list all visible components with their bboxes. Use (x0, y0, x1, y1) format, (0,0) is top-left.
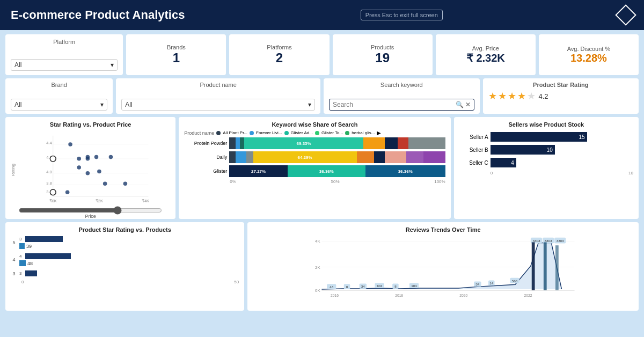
stats-row: Platform All ▾ Brands 1 Platforms 2 Prod… (5, 34, 639, 75)
svg-text:3303: 3303 (557, 239, 564, 243)
avg-discount-label: Avg. Discount % (567, 46, 611, 52)
legend-dot-2 (250, 131, 254, 135)
seller-c-bar: 4 (491, 158, 516, 167)
scatter-chart: Star Rating vs. Product Price Rating 4.4… (5, 117, 175, 219)
legend-dot-3 (284, 131, 289, 135)
svg-text:8: 8 (346, 285, 348, 289)
product-name-select[interactable]: All ▾ (121, 99, 315, 111)
stars-display: ★ ★ ★ ★ ★ 4.2 (488, 90, 548, 102)
svg-point-11 (68, 142, 72, 146)
bar-daily: Daily 64.29% (184, 151, 445, 163)
bar-glister: Glister 27.27% 36.36% 36.36% (184, 165, 445, 177)
svg-text:104: 104 (412, 284, 418, 288)
svg-text:8: 8 (394, 284, 397, 288)
star4-bar1 (25, 253, 71, 259)
platform-filter: Platform All ▾ (5, 34, 123, 75)
brands-value: 1 (173, 50, 180, 65)
seller-b-bar: 10 (491, 145, 555, 155)
search-label: Search keyword (329, 82, 474, 88)
clear-icon[interactable]: ✕ (465, 101, 471, 108)
products-label: Products (371, 44, 394, 50)
svg-text:14: 14 (490, 281, 494, 285)
svg-text:34: 34 (361, 284, 365, 288)
legend-dot-4 (315, 131, 319, 135)
main-content: Platform All ▾ Brands 1 Platforms 2 Prod… (0, 30, 644, 315)
avg-price-stat: Avg. Price ₹ 2.32K (436, 34, 536, 75)
svg-text:4.0: 4.0 (46, 170, 52, 174)
search-input-wrap: 🔍 ✕ (329, 99, 474, 111)
reviews-chart: Reviews Trends Over Time 4K 2K 0K 2016 2… (247, 222, 639, 311)
keyword-legend: Product name All Plant Pr... Forever Liv… (184, 130, 445, 136)
svg-text:₹2K: ₹2K (96, 199, 103, 203)
charts-row-2: Product Star Rating vs. Products 5 3 39 (5, 222, 639, 311)
svg-text:104: 104 (377, 284, 383, 288)
star5-group: 5 3 39 (11, 236, 239, 249)
star-products-title: Product Star Rating vs. Products (11, 226, 239, 233)
price-x-label: Price (85, 214, 96, 219)
scatter-y-label: Rating (11, 164, 16, 176)
svg-point-21 (123, 181, 128, 186)
svg-text:2022: 2022 (524, 294, 532, 297)
keyword-bars: Protein Powder 69.35% Daily (184, 137, 445, 177)
brands-label: Brands (167, 44, 186, 50)
app-title: E-commerce Product Analytics (11, 8, 185, 22)
star4-bar2 (19, 260, 26, 266)
svg-point-19 (86, 171, 90, 175)
search-icon[interactable]: 🔍 (456, 101, 464, 108)
brand-label: Brand (11, 82, 107, 88)
svg-rect-64 (544, 242, 547, 290)
svg-text:2016: 2016 (331, 294, 339, 297)
diamond-icon (615, 4, 636, 26)
legend-dot-5 (345, 131, 349, 135)
svg-point-17 (77, 165, 81, 170)
star-4: ★ (517, 90, 526, 102)
svg-rect-65 (555, 245, 559, 290)
platforms-label: Platforms (267, 44, 291, 50)
star-1: ★ (488, 90, 497, 102)
scatter-title: Star Rating vs. Product Price (11, 121, 170, 128)
star-products-bars: 5 3 39 4 (11, 236, 239, 276)
brands-stat: Brands 1 (126, 34, 226, 75)
svg-point-13 (94, 155, 99, 159)
search-input[interactable] (333, 101, 454, 108)
platforms-stat: Platforms 2 (229, 34, 329, 75)
chevron-down-icon: ▾ (308, 101, 311, 108)
product-name-filter: Product name All ▾ (116, 78, 320, 114)
svg-text:2020: 2020 (460, 294, 468, 297)
star5-bar2 (19, 243, 25, 249)
scatter-svg: 4.4 4.2 4.0 3.8 3.6 (17, 130, 170, 205)
svg-text:₹0K: ₹0K (49, 199, 57, 203)
star3-group: 3 3 (11, 270, 239, 276)
legend-dot-1 (216, 131, 221, 135)
svg-text:0K: 0K (315, 288, 320, 293)
svg-text:43: 43 (330, 285, 333, 289)
seller-a-bar: 15 (491, 132, 587, 142)
star-3: ★ (508, 90, 516, 102)
bar-protein: Protein Powder 69.35% (184, 137, 445, 149)
star-rating-number: 4.2 (539, 92, 548, 100)
charts-row-1: Star Rating vs. Product Price Rating 4.4… (5, 117, 639, 219)
svg-point-15 (77, 157, 81, 161)
brand-select[interactable]: All ▾ (11, 99, 107, 111)
sellers-bars: Seller A 15 Seller B 10 Seller C 4 (459, 132, 633, 167)
svg-point-14 (109, 155, 113, 159)
svg-point-24 (50, 189, 56, 195)
seller-a-row: Seller A 15 (459, 132, 633, 142)
seller-c-row: Seller C 4 (459, 158, 633, 167)
price-range-slider: Price (11, 211, 170, 219)
svg-point-16 (86, 157, 90, 161)
star-5-empty: ★ (527, 90, 536, 102)
avg-discount-value: 13.28% (570, 52, 607, 64)
platform-label: Platform (11, 39, 118, 45)
platform-select[interactable]: All ▾ (11, 59, 118, 71)
star-2: ★ (498, 90, 507, 102)
star-products-chart: Product Star Rating vs. Products 5 3 39 (5, 222, 244, 311)
star5-bar1 (25, 236, 63, 242)
legend-more[interactable]: ▶ (377, 130, 381, 136)
chevron-down-icon: ▾ (100, 101, 104, 108)
reviews-svg: 4K 2K 0K 2016 2018 2020 2022 (253, 235, 633, 302)
products-stat: Products 19 (333, 34, 433, 75)
seller-b-row: Seller B 10 (459, 145, 633, 155)
star4-group: 4 4 48 (11, 253, 239, 266)
avg-discount-stat: Avg. Discount % 13.28% (539, 34, 639, 75)
